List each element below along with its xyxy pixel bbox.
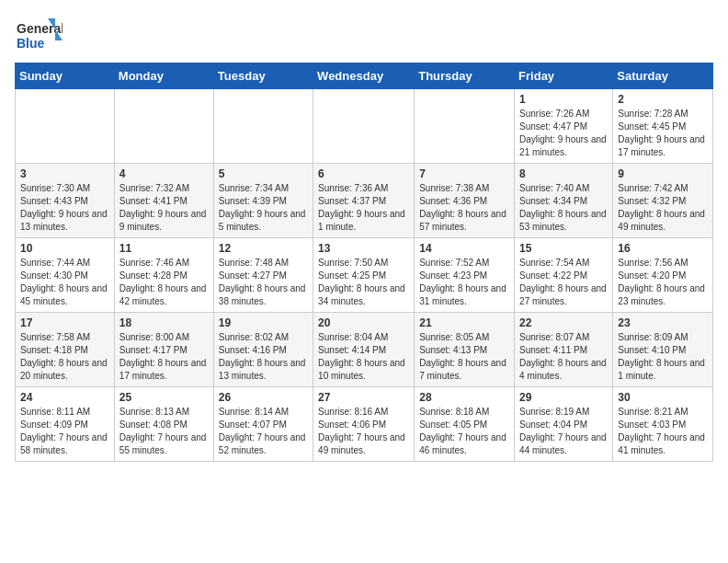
day-info: Sunrise: 7:38 AM Sunset: 4:36 PM Dayligh… <box>419 183 506 232</box>
day-info: Sunrise: 7:56 AM Sunset: 4:20 PM Dayligh… <box>618 258 705 306</box>
day-number: 17 <box>20 316 109 329</box>
day-number: 29 <box>519 391 608 404</box>
day-number: 23 <box>618 316 708 329</box>
calendar-cell: 6Sunrise: 7:36 AM Sunset: 4:37 PM Daylig… <box>313 164 415 238</box>
day-info: Sunrise: 7:48 AM Sunset: 4:27 PM Dayligh… <box>219 258 306 306</box>
day-number: 11 <box>119 242 209 255</box>
day-info: Sunrise: 7:58 AM Sunset: 4:18 PM Dayligh… <box>20 332 108 381</box>
day-number: 7 <box>419 167 509 180</box>
calendar-cell: 1Sunrise: 7:26 AM Sunset: 4:47 PM Daylig… <box>515 89 613 164</box>
day-info: Sunrise: 7:54 AM Sunset: 4:22 PM Dayligh… <box>519 258 607 306</box>
calendar-header-row: SundayMondayTuesdayWednesdayThursdayFrid… <box>16 63 713 89</box>
calendar-cell: 22Sunrise: 8:07 AM Sunset: 4:11 PM Dayli… <box>515 313 613 387</box>
day-info: Sunrise: 8:19 AM Sunset: 4:04 PM Dayligh… <box>519 407 607 455</box>
day-number: 14 <box>419 242 509 255</box>
calendar-cell: 18Sunrise: 8:00 AM Sunset: 4:17 PM Dayli… <box>114 313 213 387</box>
day-info: Sunrise: 8:04 AM Sunset: 4:14 PM Dayligh… <box>318 332 405 381</box>
day-header-tuesday: Tuesday <box>213 63 313 89</box>
day-number: 6 <box>318 167 409 180</box>
day-header-saturday: Saturday <box>613 63 713 89</box>
calendar-cell: 20Sunrise: 8:04 AM Sunset: 4:14 PM Dayli… <box>313 313 415 387</box>
week-row-1: 1Sunrise: 7:26 AM Sunset: 4:47 PM Daylig… <box>16 89 713 164</box>
calendar-cell: 24Sunrise: 8:11 AM Sunset: 4:09 PM Dayli… <box>16 387 115 462</box>
day-info: Sunrise: 7:34 AM Sunset: 4:39 PM Dayligh… <box>219 183 306 232</box>
calendar-cell <box>415 89 515 164</box>
week-row-5: 24Sunrise: 8:11 AM Sunset: 4:09 PM Dayli… <box>16 387 713 462</box>
week-row-2: 3Sunrise: 7:30 AM Sunset: 4:43 PM Daylig… <box>16 164 713 238</box>
day-number: 26 <box>219 391 308 404</box>
day-info: Sunrise: 7:32 AM Sunset: 4:41 PM Dayligh… <box>119 183 207 232</box>
day-number: 8 <box>519 167 608 180</box>
day-number: 3 <box>20 167 109 180</box>
calendar-cell: 30Sunrise: 8:21 AM Sunset: 4:03 PM Dayli… <box>613 387 713 462</box>
day-number: 22 <box>519 316 608 329</box>
calendar-cell: 11Sunrise: 7:46 AM Sunset: 4:28 PM Dayli… <box>114 238 213 313</box>
day-number: 27 <box>318 391 409 404</box>
day-info: Sunrise: 8:07 AM Sunset: 4:11 PM Dayligh… <box>519 332 607 381</box>
calendar-cell <box>16 89 115 164</box>
day-number: 28 <box>419 391 509 404</box>
day-number: 24 <box>20 391 109 404</box>
day-info: Sunrise: 8:00 AM Sunset: 4:17 PM Dayligh… <box>119 332 207 381</box>
day-info: Sunrise: 8:02 AM Sunset: 4:16 PM Dayligh… <box>219 332 306 381</box>
calendar-cell: 23Sunrise: 8:09 AM Sunset: 4:10 PM Dayli… <box>613 313 713 387</box>
day-info: Sunrise: 7:46 AM Sunset: 4:28 PM Dayligh… <box>119 258 207 306</box>
day-info: Sunrise: 7:42 AM Sunset: 4:32 PM Dayligh… <box>618 183 705 232</box>
calendar-cell: 26Sunrise: 8:14 AM Sunset: 4:07 PM Dayli… <box>213 387 313 462</box>
calendar-cell: 7Sunrise: 7:38 AM Sunset: 4:36 PM Daylig… <box>415 164 515 238</box>
calendar-cell: 3Sunrise: 7:30 AM Sunset: 4:43 PM Daylig… <box>16 164 115 238</box>
day-number: 1 <box>519 93 608 106</box>
day-number: 13 <box>318 242 409 255</box>
day-info: Sunrise: 7:30 AM Sunset: 4:43 PM Dayligh… <box>20 183 108 232</box>
svg-text:Blue: Blue <box>17 36 45 51</box>
day-number: 4 <box>119 167 209 180</box>
week-row-3: 10Sunrise: 7:44 AM Sunset: 4:30 PM Dayli… <box>16 238 713 313</box>
day-info: Sunrise: 8:05 AM Sunset: 4:13 PM Dayligh… <box>419 332 506 381</box>
calendar-cell: 19Sunrise: 8:02 AM Sunset: 4:16 PM Dayli… <box>213 313 313 387</box>
day-info: Sunrise: 7:36 AM Sunset: 4:37 PM Dayligh… <box>318 183 405 232</box>
day-number: 12 <box>219 242 308 255</box>
day-info: Sunrise: 7:44 AM Sunset: 4:30 PM Dayligh… <box>20 258 108 306</box>
day-number: 9 <box>618 167 708 180</box>
calendar-cell <box>313 89 415 164</box>
day-info: Sunrise: 7:40 AM Sunset: 4:34 PM Dayligh… <box>519 183 607 232</box>
calendar-cell: 17Sunrise: 7:58 AM Sunset: 4:18 PM Dayli… <box>16 313 115 387</box>
calendar-cell: 13Sunrise: 7:50 AM Sunset: 4:25 PM Dayli… <box>313 238 415 313</box>
calendar-cell: 9Sunrise: 7:42 AM Sunset: 4:32 PM Daylig… <box>613 164 713 238</box>
day-number: 19 <box>219 316 308 329</box>
week-row-4: 17Sunrise: 7:58 AM Sunset: 4:18 PM Dayli… <box>16 313 713 387</box>
day-number: 20 <box>318 316 409 329</box>
day-number: 18 <box>119 316 209 329</box>
day-header-friday: Friday <box>515 63 613 89</box>
day-number: 2 <box>618 93 708 106</box>
calendar-cell <box>114 89 213 164</box>
calendar-cell: 16Sunrise: 7:56 AM Sunset: 4:20 PM Dayli… <box>613 238 713 313</box>
day-info: Sunrise: 8:21 AM Sunset: 4:03 PM Dayligh… <box>618 407 705 455</box>
day-number: 25 <box>119 391 209 404</box>
calendar-cell: 5Sunrise: 7:34 AM Sunset: 4:39 PM Daylig… <box>213 164 313 238</box>
day-header-thursday: Thursday <box>415 63 515 89</box>
calendar-cell: 2Sunrise: 7:28 AM Sunset: 4:45 PM Daylig… <box>613 89 713 164</box>
day-info: Sunrise: 7:52 AM Sunset: 4:23 PM Dayligh… <box>419 258 506 306</box>
day-number: 15 <box>519 242 608 255</box>
logo-icon: General Blue <box>15 15 63 55</box>
calendar-cell: 4Sunrise: 7:32 AM Sunset: 4:41 PM Daylig… <box>114 164 213 238</box>
day-info: Sunrise: 8:18 AM Sunset: 4:05 PM Dayligh… <box>419 407 506 455</box>
calendar-table: SundayMondayTuesdayWednesdayThursdayFrid… <box>15 63 713 462</box>
calendar-cell: 14Sunrise: 7:52 AM Sunset: 4:23 PM Dayli… <box>415 238 515 313</box>
day-number: 30 <box>618 391 708 404</box>
day-header-wednesday: Wednesday <box>313 63 415 89</box>
calendar-cell: 28Sunrise: 8:18 AM Sunset: 4:05 PM Dayli… <box>415 387 515 462</box>
day-info: Sunrise: 8:16 AM Sunset: 4:06 PM Dayligh… <box>318 407 405 455</box>
calendar-cell: 8Sunrise: 7:40 AM Sunset: 4:34 PM Daylig… <box>515 164 613 238</box>
day-info: Sunrise: 7:50 AM Sunset: 4:25 PM Dayligh… <box>318 258 405 306</box>
logo: General Blue <box>15 15 63 55</box>
calendar-cell: 27Sunrise: 8:16 AM Sunset: 4:06 PM Dayli… <box>313 387 415 462</box>
calendar-cell: 21Sunrise: 8:05 AM Sunset: 4:13 PM Dayli… <box>415 313 515 387</box>
day-info: Sunrise: 8:14 AM Sunset: 4:07 PM Dayligh… <box>219 407 306 455</box>
calendar-cell <box>213 89 313 164</box>
day-info: Sunrise: 8:11 AM Sunset: 4:09 PM Dayligh… <box>20 407 108 455</box>
day-header-monday: Monday <box>114 63 213 89</box>
day-number: 21 <box>419 316 509 329</box>
calendar-cell: 12Sunrise: 7:48 AM Sunset: 4:27 PM Dayli… <box>213 238 313 313</box>
